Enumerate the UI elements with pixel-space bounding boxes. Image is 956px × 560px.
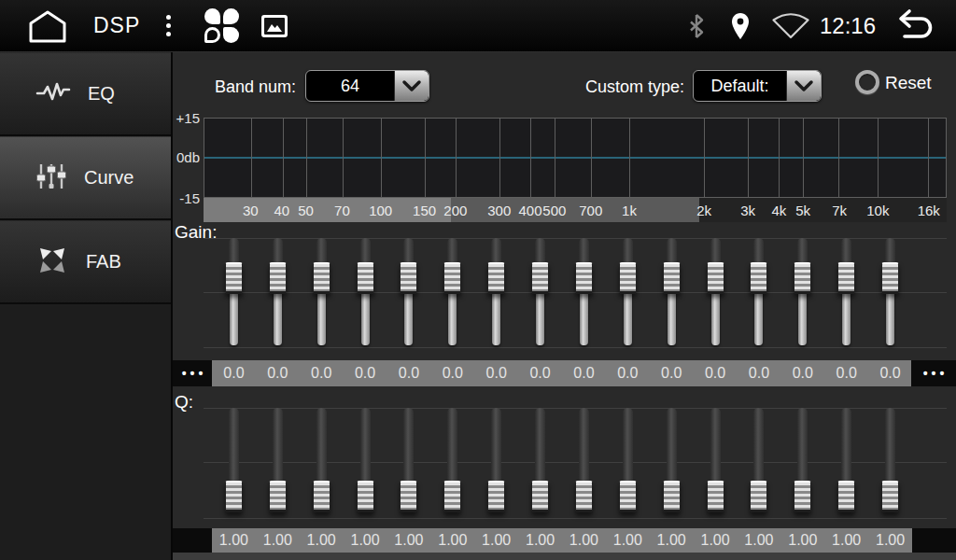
gain-slider-row xyxy=(212,238,912,347)
slider-thumb[interactable] xyxy=(487,481,505,512)
slider-thumb[interactable] xyxy=(575,481,593,512)
q-slider-9[interactable] xyxy=(562,408,606,518)
slider-track-lower xyxy=(624,292,632,345)
gain-slider-2[interactable] xyxy=(256,238,300,347)
freq-tick-label: 400 xyxy=(518,203,541,218)
slider-thumb[interactable] xyxy=(357,262,374,294)
q-slider-14[interactable] xyxy=(780,408,824,518)
gain-slider-7[interactable] xyxy=(474,238,518,347)
reset-label: Reset xyxy=(885,73,932,93)
slider-thumb[interactable] xyxy=(794,262,811,294)
slider-thumb[interactable] xyxy=(881,262,899,294)
slider-thumb[interactable] xyxy=(619,481,637,512)
slider-thumb[interactable] xyxy=(400,262,417,294)
slider-track-lower xyxy=(404,292,413,345)
apps-clover-icon[interactable] xyxy=(204,8,239,43)
gain-slider-3[interactable] xyxy=(300,238,344,347)
q-slider-16[interactable] xyxy=(868,408,912,518)
y-axis-tick: +15 xyxy=(173,110,200,126)
slider-thumb[interactable] xyxy=(313,481,330,512)
q-value-9: 1.00 xyxy=(562,528,606,553)
slider-thumb[interactable] xyxy=(487,262,505,294)
q-slider-slot xyxy=(824,408,868,518)
q-slider-13[interactable] xyxy=(738,408,781,518)
slider-thumb[interactable] xyxy=(313,262,330,294)
q-slider-15[interactable] xyxy=(824,408,868,518)
q-slider-1[interactable] xyxy=(212,408,256,518)
slider-thumb[interactable] xyxy=(750,262,767,294)
sidebar-item-eq[interactable]: EQ xyxy=(0,52,171,136)
slider-thumb[interactable] xyxy=(619,262,637,294)
slider-thumb[interactable] xyxy=(225,481,243,512)
eq-waveform-icon xyxy=(35,78,71,110)
slider-thumb[interactable] xyxy=(881,481,899,512)
slider-thumb[interactable] xyxy=(531,262,549,294)
back-icon[interactable] xyxy=(891,7,941,45)
slider-thumb[interactable] xyxy=(357,481,374,512)
slider-thumb[interactable] xyxy=(663,262,681,294)
slider-thumb[interactable] xyxy=(269,481,287,512)
q-slider-8[interactable] xyxy=(518,408,562,518)
sidebar-item-curve[interactable]: Curve xyxy=(0,136,171,220)
q-slider-12[interactable] xyxy=(694,408,738,518)
slider-thumb[interactable] xyxy=(837,481,855,512)
slider-thumb[interactable] xyxy=(707,481,724,512)
gallery-icon[interactable] xyxy=(261,15,288,37)
band-num-select[interactable]: 64 xyxy=(305,70,429,102)
gain-more-left-button[interactable]: ••• xyxy=(173,360,212,386)
gain-slider-15[interactable] xyxy=(824,238,868,347)
slider-thumb[interactable] xyxy=(837,262,855,294)
gain-slider-slot xyxy=(606,238,650,347)
overflow-menu-icon[interactable] xyxy=(161,9,176,42)
gain-more-right-button[interactable]: ••• xyxy=(911,360,956,386)
slider-thumb[interactable] xyxy=(225,262,243,294)
q-slider-4[interactable] xyxy=(344,408,387,518)
bottom-edge-strip xyxy=(173,553,956,560)
y-axis-tick: 0db xyxy=(173,149,200,165)
gain-slider-13[interactable] xyxy=(738,238,781,347)
slider-thumb[interactable] xyxy=(663,481,681,512)
q-slider-3[interactable] xyxy=(300,408,344,518)
gain-slider-slot xyxy=(387,238,431,347)
slider-thumb[interactable] xyxy=(443,481,461,512)
q-slider-5[interactable] xyxy=(387,408,431,518)
q-slider-slot xyxy=(518,408,562,518)
slider-thumb[interactable] xyxy=(750,481,767,512)
slider-thumb[interactable] xyxy=(531,481,549,512)
q-slider-10[interactable] xyxy=(606,408,650,518)
sidebar-item-label: EQ xyxy=(88,83,115,105)
sidebar-item-fab[interactable]: FAB xyxy=(0,220,171,304)
q-slider-11[interactable] xyxy=(650,408,694,518)
gain-slider-5[interactable] xyxy=(387,238,431,347)
freq-strip-segment xyxy=(699,198,947,222)
slider-thumb[interactable] xyxy=(575,262,593,294)
slider-thumb[interactable] xyxy=(707,262,724,294)
custom-type-select[interactable]: Default: xyxy=(693,70,822,102)
q-slider-slot xyxy=(738,408,781,518)
reset-radio-button[interactable] xyxy=(855,70,879,94)
gain-slider-6[interactable] xyxy=(430,238,474,347)
q-slider-slot xyxy=(430,408,474,518)
q-slider-2[interactable] xyxy=(256,408,300,518)
frequency-axis-strip: 304050701001502003004005007001k2k3k4k5k7… xyxy=(204,198,947,222)
q-value-16: 1.00 xyxy=(868,528,912,553)
gain-slider-12[interactable] xyxy=(694,238,738,347)
q-slider-6[interactable] xyxy=(430,408,474,518)
slider-thumb[interactable] xyxy=(794,481,811,512)
gain-slider-4[interactable] xyxy=(344,238,387,347)
slider-thumb[interactable] xyxy=(400,481,417,512)
gain-slider-10[interactable] xyxy=(606,238,650,347)
gain-slider-14[interactable] xyxy=(780,238,824,347)
gain-slider-8[interactable] xyxy=(518,238,562,347)
slider-thumb[interactable] xyxy=(443,262,461,294)
q-slider-7[interactable] xyxy=(474,408,518,518)
gain-slider-11[interactable] xyxy=(650,238,694,347)
freq-tick-label: 700 xyxy=(579,203,602,218)
slider-track-lower xyxy=(886,292,894,345)
slider-thumb[interactable] xyxy=(269,262,287,294)
gain-slider-16[interactable] xyxy=(868,238,912,347)
gain-slider-1[interactable] xyxy=(212,238,256,347)
gain-slider-slot xyxy=(344,238,387,347)
gain-slider-9[interactable] xyxy=(562,238,606,347)
home-icon[interactable] xyxy=(26,8,69,44)
